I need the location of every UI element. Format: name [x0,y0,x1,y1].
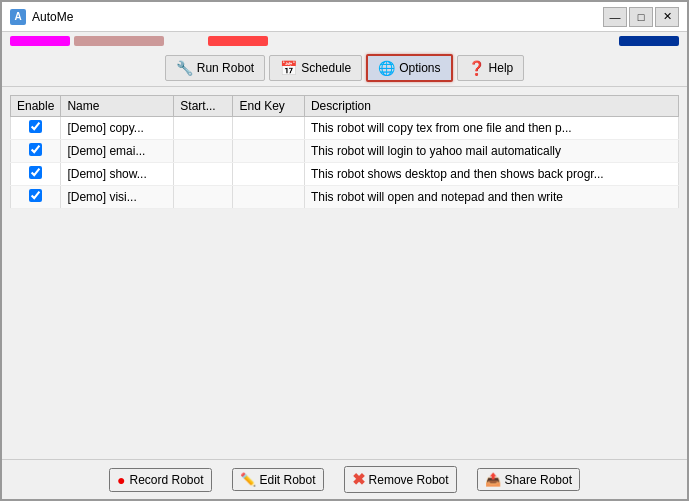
row-start-cell [174,186,233,209]
remove-robot-label: Remove Robot [369,473,449,487]
main-window: A AutoMe — □ ✕ 🔧 Run Robot 📅 Schedule 🌐 … [0,0,689,501]
share-robot-label: Share Robot [505,473,572,487]
edit-robot-button[interactable]: ✏️ Edit Robot [232,468,324,491]
minimize-button[interactable]: — [603,7,627,27]
table-row: [Demo] show... This robot shows desktop … [11,163,679,186]
table-row: [Demo] visi... This robot will open and … [11,186,679,209]
window-controls: — □ ✕ [603,7,679,27]
help-button[interactable]: ❓ Help [457,55,525,81]
deco-pink [10,36,70,46]
col-description: Description [304,96,678,117]
row-enable-checkbox[interactable] [29,143,42,156]
run-robot-icon: 🔧 [176,60,193,76]
row-enable-cell [11,186,61,209]
remove-robot-button[interactable]: ✖ Remove Robot [344,466,457,493]
table-row: [Demo] copy... This robot will copy tex … [11,117,679,140]
deco-red-light [74,36,164,46]
row-enable-checkbox[interactable] [29,120,42,133]
row-enable-cell [11,140,61,163]
toolbar: 🔧 Run Robot 📅 Schedule 🌐 Options ❓ Help [2,50,687,87]
run-robot-label: Run Robot [197,61,254,75]
row-end-key-cell [233,117,304,140]
options-button[interactable]: 🌐 Options [366,54,452,82]
row-start-cell [174,140,233,163]
schedule-label: Schedule [301,61,351,75]
row-name-cell: [Demo] show... [61,163,174,186]
row-description-cell: This robot will login to yahoo mail auto… [304,140,678,163]
row-name-cell: [Demo] visi... [61,186,174,209]
row-end-key-cell [233,140,304,163]
row-enable-cell [11,163,61,186]
options-label: Options [399,61,440,75]
share-robot-button[interactable]: 📤 Share Robot [477,468,580,491]
pencil-icon: ✏️ [240,472,256,487]
schedule-icon: 📅 [280,60,297,76]
deco-blue [619,36,679,46]
share-icon: 📤 [485,472,501,487]
title-bar: A AutoMe — □ ✕ [2,2,687,32]
col-start: Start... [174,96,233,117]
row-start-cell [174,163,233,186]
record-robot-button[interactable]: ● Record Robot [109,468,212,492]
table-header-row: Enable Name Start... End Key Description [11,96,679,117]
row-name-cell: [Demo] emai... [61,140,174,163]
robot-table: Enable Name Start... End Key Description… [10,95,679,209]
app-icon: A [10,9,26,25]
status-bar: ● Record Robot ✏️ Edit Robot ✖ Remove Ro… [2,459,687,499]
close-button[interactable]: ✕ [655,7,679,27]
deco-red [208,36,268,46]
run-robot-button[interactable]: 🔧 Run Robot [165,55,265,81]
robot-table-container: Enable Name Start... End Key Description… [2,87,687,459]
options-icon: 🌐 [378,60,395,76]
row-end-key-cell [233,163,304,186]
help-icon: ❓ [468,60,485,76]
row-start-cell [174,117,233,140]
row-enable-checkbox[interactable] [29,189,42,202]
record-robot-label: Record Robot [129,473,203,487]
maximize-button[interactable]: □ [629,7,653,27]
edit-robot-label: Edit Robot [260,473,316,487]
row-enable-checkbox[interactable] [29,166,42,179]
row-end-key-cell [233,186,304,209]
row-description-cell: This robot will copy tex from one file a… [304,117,678,140]
col-enable: Enable [11,96,61,117]
record-robot-icon: ● [117,472,125,488]
window-title: AutoMe [32,10,603,24]
schedule-button[interactable]: 📅 Schedule [269,55,362,81]
table-row: [Demo] emai... This robot will login to … [11,140,679,163]
help-label: Help [489,61,514,75]
row-description-cell: This robot shows desktop and then shows … [304,163,678,186]
row-name-cell: [Demo] copy... [61,117,174,140]
row-enable-cell [11,117,61,140]
col-name: Name [61,96,174,117]
remove-robot-icon: ✖ [352,470,365,489]
row-description-cell: This robot will open and notepad and the… [304,186,678,209]
col-end-key: End Key [233,96,304,117]
deco-bar [2,32,687,50]
